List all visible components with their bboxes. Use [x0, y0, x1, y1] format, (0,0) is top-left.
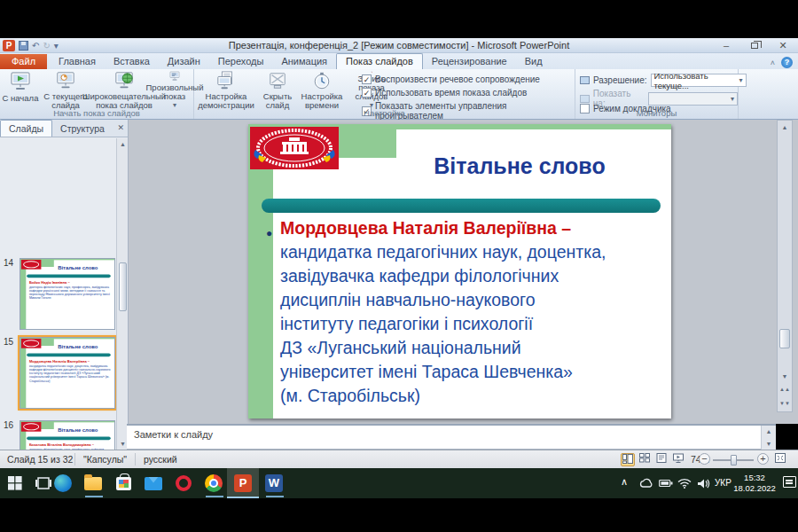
tab-home[interactable]: Главная [50, 54, 105, 69]
previous-slide-button[interactable]: ▲▲ [778, 385, 792, 397]
slide-body[interactable]: ● Мордовцева Наталія Валеріївна – кандид… [280, 216, 661, 408]
screen-chart-icon [54, 71, 77, 90]
tab-insert[interactable]: Вставка [105, 54, 159, 69]
chevron-down-icon: ▾ [731, 95, 734, 103]
hide-slide-button[interactable]: Скрыть слайд [256, 71, 299, 110]
zoom-in-button[interactable]: + [757, 453, 769, 465]
tab-view[interactable]: Вид [516, 54, 552, 69]
tab-slideshow[interactable]: Показ слайдов [336, 53, 423, 69]
scroll-down-icon[interactable]: ▼ [778, 371, 792, 382]
tab-slides[interactable]: Слайды [0, 120, 52, 137]
taskbar-mail-icon[interactable] [144, 473, 163, 493]
slideshow-view-button[interactable] [671, 453, 685, 466]
tab-transitions[interactable]: Переходы [209, 54, 273, 69]
slide-sorter-icon [639, 453, 650, 463]
running-indicator [206, 496, 223, 497]
theme-name[interactable]: "Капсулы" [83, 454, 127, 465]
zoom-slider-knob[interactable] [731, 455, 737, 466]
slide-thumbnail-14[interactable]: 14 Вітальне слово Бойко Надія Іванівна –… [0, 258, 116, 332]
tray-time: 15:32 [744, 473, 765, 482]
slide-sorter-view-button[interactable] [638, 453, 652, 466]
group-label[interactable]: Мониторы [575, 108, 738, 118]
taskbar-store-icon[interactable] [113, 473, 133, 493]
tab-file[interactable]: Файл [0, 54, 47, 69]
save-icon[interactable] [19, 41, 28, 51]
task-view-icon [35, 476, 51, 490]
powerpoint-app-icon[interactable]: P [3, 40, 15, 51]
notes-scrollbar[interactable]: ▲ ▼ [761, 426, 776, 450]
screen-settings-icon [215, 71, 238, 90]
slide-thumbnail-16[interactable]: 16 Вітальне слово Кизилова Віталіна Воло… [0, 420, 116, 450]
task-view-button[interactable] [34, 473, 53, 493]
tab-outline[interactable]: Структура [52, 121, 113, 137]
checkbox-use-timings[interactable]: ✓ Использовать время показа слайдов [362, 88, 527, 98]
normal-view-button[interactable] [621, 453, 635, 466]
group-start-slideshow: С начала С текущего слайда Широковещател… [0, 69, 194, 119]
panel-scrollbar[interactable]: ▲ ▼ [116, 138, 128, 450]
reading-view-icon [656, 453, 667, 463]
help-icon[interactable]: ? [781, 57, 793, 68]
action-center-icon[interactable] [783, 476, 796, 488]
current-slide[interactable]: Вітальне слово ● Мордовцева Наталія Вале… [248, 124, 671, 419]
taskbar-opera-icon[interactable] [174, 473, 193, 493]
slides-panel: Слайды Структура ✕ 14 Вітальне слово Бой… [0, 120, 129, 450]
resolution-label: Разрешение: [593, 75, 647, 85]
undo-icon[interactable]: ↶ [32, 40, 39, 51]
custom-slideshow-button[interactable]: Произвольный показ ▾ [157, 71, 192, 110]
group-label[interactable]: Настройка [194, 108, 575, 118]
slide-title[interactable]: Вітальне слово [381, 153, 658, 179]
taskbar-chrome-icon[interactable] [204, 473, 223, 493]
taskbar-powerpoint-icon[interactable]: P [233, 473, 253, 493]
main-scrollbar[interactable]: ▲ ▼ ▲▲ ▼▼ [777, 120, 793, 412]
quick-access-toolbar: P ↶ ↻ ▾ [0, 40, 59, 51]
redo-icon[interactable]: ↻ [43, 40, 50, 51]
scroll-up-icon[interactable]: ▲ [778, 121, 792, 133]
record-clock-icon [360, 71, 383, 73]
slide-divider-bar [262, 199, 661, 213]
tray-volume-icon[interactable] [693, 473, 713, 493]
checkbox-checked-icon: ✓ [362, 88, 372, 98]
checkbox-play-narrations[interactable]: ✓ Воспроизвести речевое сопровождение [362, 74, 540, 84]
tray-wifi-icon[interactable] [675, 473, 694, 493]
university-logo [21, 422, 42, 432]
slide-thumbnail-15-selected[interactable]: 15 Вітальне слово Мордовцева Наталія Вал… [0, 337, 116, 411]
resolution-dropdown[interactable]: Использовать текуще... ▾ [651, 74, 747, 87]
collapse-ribbon-icon[interactable]: ˄ [771, 59, 775, 67]
group-label[interactable]: Начать показ слайдов [0, 108, 193, 118]
scroll-up-icon[interactable]: ▲ [762, 426, 776, 437]
zoom-slider[interactable] [713, 459, 754, 461]
fit-to-window-icon [775, 453, 786, 463]
reading-view-button[interactable] [654, 453, 669, 466]
start-button[interactable] [5, 473, 25, 493]
minimize-button[interactable]: – [718, 39, 734, 52]
notes-pane[interactable]: Заметки к слайду ▲ ▼ [127, 424, 776, 450]
window-title: Презентація, конференція_2 [Режим совмес… [0, 40, 798, 51]
scroll-down-icon[interactable]: ▼ [762, 438, 776, 450]
next-slide-button[interactable]: ▼▼ [778, 399, 792, 411]
language-indicator[interactable]: русский [144, 454, 177, 465]
scroll-thumb[interactable] [779, 329, 790, 348]
restore-button[interactable] [747, 39, 763, 52]
fit-to-window-button[interactable] [773, 453, 787, 466]
setup-slideshow-button[interactable]: Настройка демонстрации [197, 71, 255, 110]
tray-chevron-icon[interactable]: ∧ [621, 476, 628, 488]
tab-animations[interactable]: Анимация [272, 54, 336, 69]
close-panel-icon[interactable]: ✕ [117, 123, 124, 132]
scroll-up-icon[interactable]: ▲ [117, 138, 129, 150]
close-button[interactable]: ✕ [775, 39, 791, 52]
tab-design[interactable]: Дизайн [159, 54, 209, 69]
tab-review[interactable]: Рецензирование [423, 54, 516, 69]
taskbar-explorer-icon[interactable] [83, 473, 103, 493]
clock[interactable]: 15:32 18.02.2022 [727, 473, 782, 494]
rehearse-timings-button[interactable]: Настройка времени [300, 71, 344, 110]
tray-onedrive-icon[interactable] [637, 473, 656, 493]
screen: P ↶ ↻ ▾ Презентація, конференція_2 [Режи… [0, 0, 798, 532]
title-bar: P ↶ ↻ ▾ Презентація, конференція_2 [Режи… [0, 38, 798, 53]
tray-battery-icon[interactable] [656, 473, 676, 493]
panel-scroll-thumb[interactable] [119, 262, 127, 311]
taskbar-edge-icon[interactable] [53, 473, 73, 493]
qat-customize-icon[interactable]: ▾ [54, 40, 59, 51]
zoom-out-button[interactable]: − [699, 453, 710, 465]
from-beginning-button[interactable]: С начала [2, 71, 39, 110]
taskbar-word-icon[interactable]: W [264, 473, 284, 493]
